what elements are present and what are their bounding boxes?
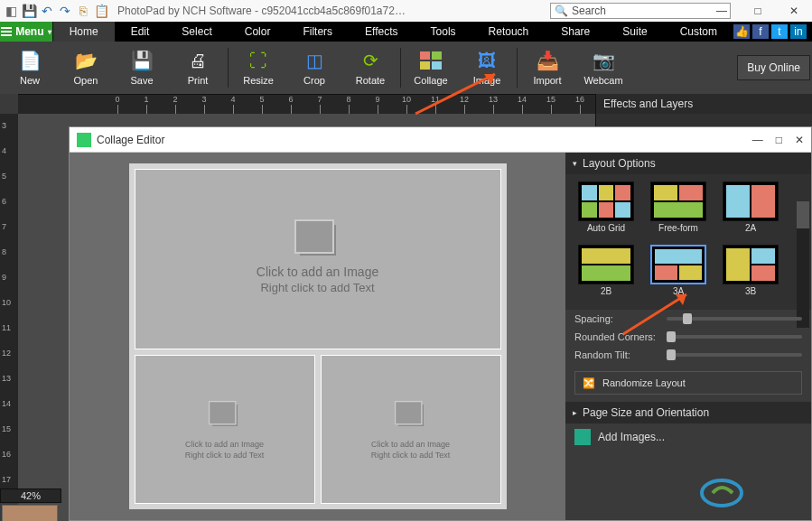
chevron-down-icon: ▾: [48, 28, 51, 36]
tab-tools[interactable]: Tools: [415, 22, 472, 42]
layout-option-free-form[interactable]: Free-form: [645, 181, 712, 239]
new-button[interactable]: 📄New: [2, 42, 58, 93]
layout-option-auto-grid[interactable]: Auto Grid: [573, 181, 639, 239]
facebook-icon[interactable]: f: [752, 24, 769, 39]
buy-online-button[interactable]: Buy Online: [737, 55, 810, 80]
tab-custom[interactable]: Custom: [664, 22, 733, 42]
placeholder-image-icon: [398, 405, 424, 426]
layout-options-header[interactable]: ▾ Layout Options: [565, 153, 811, 174]
layout-grid: Auto Grid Free-form 2A 2B 3A: [565, 174, 811, 310]
redo-icon[interactable]: ↷: [58, 4, 72, 18]
tilt-label: Random Tilt:: [574, 349, 661, 360]
page-size-header[interactable]: ▸ Page Size and Orientation: [565, 402, 811, 423]
hamburger-icon: [1, 27, 12, 36]
add-images-button[interactable]: Add Images...: [574, 429, 802, 445]
new-icon: 📄: [17, 50, 42, 71]
copy-icon[interactable]: ⎘: [76, 4, 90, 18]
tab-home[interactable]: Home: [53, 22, 115, 42]
webcam-button[interactable]: 📷Webcam: [575, 42, 631, 93]
app-icon: ◧: [4, 4, 18, 18]
linkedin-icon[interactable]: in: [790, 24, 807, 39]
maximize-button[interactable]: □: [740, 0, 776, 22]
open-icon: 📂: [73, 50, 98, 71]
collage-slot[interactable]: Click to add an Image Right click to add…: [135, 355, 315, 504]
save-button[interactable]: 💾Save: [114, 42, 170, 93]
ce-maximize-button[interactable]: □: [776, 134, 782, 146]
slot-hint-2: Right click to add Text: [260, 281, 374, 294]
tab-filters[interactable]: Filters: [286, 22, 349, 42]
layout-scrollbar[interactable]: [797, 201, 809, 328]
tab-edit[interactable]: Edit: [115, 22, 166, 42]
thumbnail-strip-item[interactable]: [2, 505, 58, 521]
tab-suite[interactable]: Suite: [606, 22, 663, 42]
layout-option-2a[interactable]: 2A: [717, 181, 784, 239]
watermark: [695, 475, 794, 516]
save-icon: 💾: [129, 50, 154, 71]
tab-retouch[interactable]: Retouch: [472, 22, 546, 42]
image-button[interactable]: 🖼Image: [459, 42, 515, 93]
rounded-slider[interactable]: [667, 335, 802, 339]
layout-option-2b[interactable]: 2B: [573, 245, 639, 302]
layout-option-3b[interactable]: 3B: [717, 245, 784, 302]
tab-color[interactable]: Color: [229, 22, 287, 42]
collage-canvas: Click to add an Image Right click to add…: [129, 163, 507, 509]
collage-button[interactable]: Collage: [403, 42, 459, 93]
close-button[interactable]: ✕: [776, 0, 812, 22]
tilt-slider[interactable]: [667, 353, 802, 357]
slot-hint-1: Click to add an Image: [371, 440, 450, 449]
spacing-label: Spacing:: [574, 313, 661, 324]
rotate-button[interactable]: ⟳Rotate: [342, 42, 398, 93]
menu-button[interactable]: Menu ▾: [0, 22, 53, 42]
chevron-down-icon: ▾: [573, 159, 577, 168]
menu-strip: Menu ▾ Home Edit Select Color Filters Ef…: [0, 22, 812, 42]
slot-hint-1: Click to add an Image: [257, 265, 378, 279]
webcam-icon: 📷: [591, 50, 616, 71]
ribbon-toolbar: 📄New 📂Open 💾Save 🖨Print ⛶Resize ◫Crop ⟳R…: [0, 42, 812, 94]
rounded-slider-row: Rounded Corners:: [565, 328, 811, 346]
slot-hint-2: Right click to add Text: [185, 451, 264, 460]
svg-point-8: [702, 480, 742, 506]
spacing-slider[interactable]: [667, 317, 802, 321]
ce-minimize-button[interactable]: —: [752, 134, 763, 146]
ce-close-button[interactable]: ✕: [795, 134, 804, 146]
collage-canvas-area: Click to add an Image Right click to add…: [70, 153, 565, 520]
print-button[interactable]: 🖨Print: [170, 42, 226, 93]
search-icon: 🔍: [555, 5, 568, 17]
collage-side-panel: ▾ Layout Options Auto Grid Free-form 2A: [565, 153, 811, 520]
window-titlebar: ◧ 💾 ↶ ↷ ⎘ 📋 PhotoPad by NCH Software - c…: [0, 0, 812, 22]
image-icon: 🖼: [474, 50, 499, 71]
paste-icon[interactable]: 📋: [94, 4, 108, 18]
import-button[interactable]: 📥Import: [519, 42, 575, 93]
layout-option-3a[interactable]: 3A: [645, 245, 712, 302]
collage-editor-icon: [77, 133, 91, 147]
undo-icon[interactable]: ↶: [40, 4, 54, 18]
collage-slot[interactable]: Click to add an Image Right click to add…: [321, 355, 501, 504]
svg-rect-2: [420, 61, 430, 70]
chevron-right-icon: ▸: [573, 408, 577, 417]
open-button[interactable]: 📂Open: [58, 42, 114, 93]
save-qa-icon[interactable]: 💾: [22, 4, 36, 18]
slot-hint-2: Right click to add Text: [371, 451, 450, 460]
import-icon: 📥: [535, 50, 560, 71]
tab-share[interactable]: Share: [545, 22, 606, 42]
tab-effects[interactable]: Effects: [349, 22, 414, 42]
zoom-indicator[interactable]: 42%: [0, 488, 61, 503]
twitter-icon[interactable]: t: [771, 24, 788, 39]
placeholder-image-icon: [212, 405, 238, 426]
randomize-layout-button[interactable]: 🔀 Randomize Layout: [574, 371, 802, 395]
print-icon: 🖨: [185, 50, 210, 71]
tab-select[interactable]: Select: [165, 22, 228, 42]
like-icon[interactable]: 👍: [733, 24, 750, 39]
window-title: PhotoPad by NCH Software - c952041ccb4a5…: [117, 5, 406, 17]
crop-icon: ◫: [302, 50, 327, 71]
collage-editor-titlebar: Collage Editor — □ ✕: [70, 127, 811, 153]
svg-rect-3: [432, 61, 442, 70]
menu-button-label: Menu: [15, 25, 43, 38]
crop-button[interactable]: ◫Crop: [286, 42, 342, 93]
slot-hint-1: Click to add an Image: [185, 440, 264, 449]
minimize-button[interactable]: —: [704, 0, 740, 22]
collage-slot[interactable]: Click to add an Image Right click to add…: [135, 169, 501, 349]
randomize-icon: 🔀: [583, 377, 595, 389]
collage-editor-title: Collage Editor: [97, 134, 164, 146]
resize-button[interactable]: ⛶Resize: [230, 42, 286, 93]
